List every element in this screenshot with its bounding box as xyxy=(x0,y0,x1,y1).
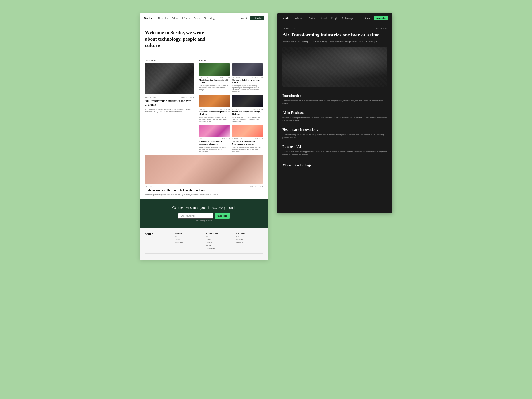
recent-item-1: CULTURE APR 25, 2024 The rise of digital… xyxy=(232,63,263,93)
recent-img-0 xyxy=(199,63,230,76)
article-category: TECHNOLOGY xyxy=(282,27,296,30)
featured-desc: A look at how artificial intelligence is… xyxy=(145,108,194,113)
recent-desc-4: Celebrating ordinary people who make ext… xyxy=(199,146,230,152)
section-text-3: The future of AI holds exciting possibil… xyxy=(282,151,387,156)
recent-img-4 xyxy=(199,125,230,137)
footer-pages-title: Pages xyxy=(175,232,202,234)
featured-meta: TECHNOLOGY MAY 23, 2024 xyxy=(145,96,194,98)
recent-desc-0: Discussing the importance and benefits o… xyxy=(199,85,230,91)
more-in-technology: More in technology xyxy=(277,159,392,171)
section-heading-2: Healthcare Innovations xyxy=(282,128,387,132)
recent-item-3: LIFESTYLE MAR 5, 2024 Sustainable living… xyxy=(232,95,263,123)
recent-meta-1: CULTURE APR 25, 2024 xyxy=(232,77,263,78)
footer-cat-all[interactable]: All xyxy=(206,236,233,238)
article-meta-dark: TECHNOLOGY MAY 23, 2024 xyxy=(282,27,387,30)
second-featured-meta: PEOPLE MAY 18, 2024 xyxy=(145,185,263,187)
recent-desc-2: A look at the impact of street fashion o… xyxy=(199,116,230,122)
hero-title: Welcome to Scribe, we write about techno… xyxy=(145,30,216,49)
subscribe-button-light[interactable]: Subscribe xyxy=(250,16,264,20)
recent-label: Recent xyxy=(199,59,263,62)
footer-divider xyxy=(145,253,263,253)
left-panel: Scribe All articles Culture Lifestyle Pe… xyxy=(140,13,268,260)
section-heading-0: Introduction xyxy=(282,94,387,98)
recent-desc-3: Highlighting simple lifestyle changes th… xyxy=(232,116,263,122)
footer-link-about[interactable]: About xyxy=(175,239,202,241)
recent-title-2[interactable]: How street fashion is shaping urban iden… xyxy=(199,111,230,116)
section-heading-1: AI in Business xyxy=(282,111,387,115)
footer-link-subscribe[interactable]: Subscribe xyxy=(175,242,202,244)
recent-title-5[interactable]: The future of smart homes: Convenience o… xyxy=(232,140,263,145)
footer-link-home[interactable]: Home xyxy=(175,236,202,238)
footer-categories: Categories All Culture Lifestyle People … xyxy=(206,232,233,250)
second-featured-date: MAY 18, 2024 xyxy=(250,185,263,187)
logo-dark[interactable]: Scribe xyxy=(282,16,290,20)
nav-link-all-articles[interactable]: All articles xyxy=(158,17,168,19)
newsletter-form: Subscribe xyxy=(145,213,263,219)
newsletter-note: Once monthly, no spam. xyxy=(145,220,263,222)
featured-category: TECHNOLOGY xyxy=(145,96,158,98)
nav-about-light[interactable]: About xyxy=(241,17,247,19)
recent-desc-1: Exploring how digital art is becoming a … xyxy=(232,85,263,93)
recent-img-5 xyxy=(232,125,263,137)
hero-divider xyxy=(145,56,263,56)
featured-label: Featured xyxy=(145,59,194,62)
nav-dark-link-technology[interactable]: Technology xyxy=(342,17,353,19)
nav-link-lifestyle[interactable]: Lifestyle xyxy=(182,17,190,19)
section-text-1: Businesses leverage AI to enhance operat… xyxy=(282,117,387,122)
recent-title-0[interactable]: Mindfulness in a fast-paced world cultur… xyxy=(199,79,230,84)
nav-dark-link-all[interactable]: All articles xyxy=(295,17,305,19)
newsletter-subscribe-button[interactable]: Subscribe xyxy=(215,213,230,219)
recent-title-4[interactable]: Everyday heroes: Stories of community ch… xyxy=(199,140,230,145)
recent-meta-4: PEOPLE FEB 20, 2024 xyxy=(199,138,230,139)
subscribe-button-dark[interactable]: Subscribe xyxy=(374,16,388,20)
second-featured-image xyxy=(145,155,263,184)
content-area: Featured TECHNOLOGY MAY 23, 2024 AI: Tra… xyxy=(140,59,268,152)
article-header: TECHNOLOGY MAY 23, 2024 AI: Transforming… xyxy=(277,23,392,47)
nav-dark-about[interactable]: About xyxy=(364,17,370,19)
footer-cat-lifestyle[interactable]: Lifestyle xyxy=(206,242,233,244)
section-heading-3: Future of AI xyxy=(282,145,387,149)
recent-meta-5: TECHNOLOGY JAN 18, 2024 xyxy=(232,138,263,139)
recent-title-1[interactable]: The rise of digital art in modern cultur… xyxy=(232,79,263,84)
footer-contact-email[interactable]: Email us xyxy=(236,242,263,244)
hero-section: Welcome to Scribe, we write about techno… xyxy=(140,23,268,52)
featured-title[interactable]: AI: Transforming industries one byte at … xyxy=(145,99,194,107)
nav-link-culture[interactable]: Culture xyxy=(171,17,179,19)
recent-meta-3: LIFESTYLE MAR 5, 2024 xyxy=(232,108,263,110)
footer-pages: Pages Home About Subscribe xyxy=(175,232,202,250)
nav-dark-link-lifestyle[interactable]: Lifestyle xyxy=(320,17,328,19)
newsletter-section: Get the best sent to your inbox, every m… xyxy=(140,199,268,228)
footer-cat-people[interactable]: People xyxy=(206,245,233,247)
footer-contact-linkedin[interactable]: LinkedIn xyxy=(236,239,263,241)
recent-section: Recent LIFESTYLE MAY 1, 2024 Mindfulness… xyxy=(199,59,263,152)
featured-section: Featured TECHNOLOGY MAY 23, 2024 AI: Tra… xyxy=(145,59,194,152)
nav-light: Scribe All articles Culture Lifestyle Pe… xyxy=(140,13,268,23)
nav-link-people[interactable]: People xyxy=(194,17,201,19)
recent-title-3[interactable]: Sustainable living: Small changes, big i… xyxy=(232,111,263,116)
article-main-title: AI: Transforming industries one byte at … xyxy=(282,32,387,38)
footer-contact-twitter[interactable]: X (Twitter) xyxy=(236,236,263,238)
recent-img-3 xyxy=(232,95,263,107)
newsletter-email-input[interactable] xyxy=(178,213,214,219)
article-section-3: Future of AI The future of AI holds exci… xyxy=(277,142,392,159)
recent-grid: LIFESTYLE MAY 1, 2024 Mindfulness in a f… xyxy=(199,63,263,152)
article-section-0: Introduction Artificial intelligence (AI… xyxy=(277,91,392,108)
section-text-0: Artificial intelligence (AI) is revoluti… xyxy=(282,100,387,105)
footer-logo: Scribe xyxy=(145,232,172,236)
recent-item-2: CULTURE APR 3, 2024 How street fashion i… xyxy=(199,95,230,123)
recent-item-5: TECHNOLOGY JAN 18, 2024 The future of sm… xyxy=(232,125,263,152)
recent-img-2 xyxy=(199,95,230,107)
footer-cat-technology[interactable]: Technology xyxy=(206,247,233,249)
second-featured-title[interactable]: Tech innovators: The minds behind the ma… xyxy=(145,188,263,192)
nav-dark-link-people[interactable]: People xyxy=(331,17,338,19)
newsletter-title: Get the best sent to your inbox, every m… xyxy=(145,205,263,210)
footer-categories-title: Categories xyxy=(206,232,233,234)
article-hero-image xyxy=(282,47,387,87)
nav-dark-link-culture[interactable]: Culture xyxy=(309,17,316,19)
logo-light[interactable]: Scribe xyxy=(144,16,152,20)
article-section-2: Healthcare Innovations AI is transformin… xyxy=(277,125,392,142)
nav-link-technology[interactable]: Technology xyxy=(204,17,216,19)
nav-dark: Scribe All articles Culture Lifestyle Pe… xyxy=(277,13,392,23)
footer-cat-culture[interactable]: Culture xyxy=(206,239,233,241)
recent-item-4: PEOPLE FEB 20, 2024 Everyday heroes: Sto… xyxy=(199,125,230,152)
